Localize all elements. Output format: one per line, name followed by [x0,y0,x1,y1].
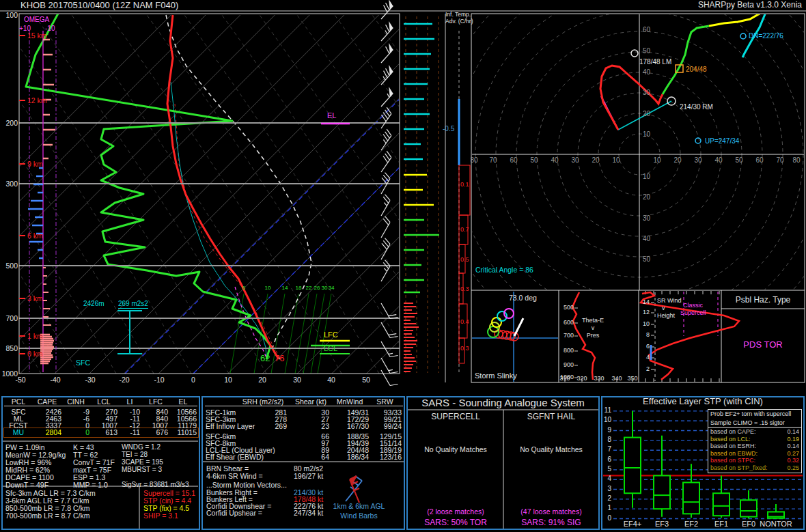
dry-adiabat [184,15,417,374]
sars-supercell-matches[interactable]: (2 loose matches) [408,508,503,516]
sars-hail-matches[interactable]: (47 loose matches) [504,508,598,516]
stp-legend-label: based on ESRH: [710,443,756,450]
stp-legend-line1: Prob EF2+ torn with supercell [708,410,801,419]
warm-advection-value: 0.3 [460,286,469,292]
barb-caption-1: 1km & 6km AGL [320,503,398,510]
dry-adiabat [260,15,492,374]
stp-legend-value: 0.14 [787,428,799,436]
hodograph-border [471,14,805,382]
sars-hail-result: SARS: 91% SIG [504,518,598,527]
temp-axis-label: 40 [322,376,340,384]
stp-legend-row: based on CAPE:0.14 [710,428,799,436]
wind-barb [374,238,391,260]
height-label: 15 km [27,32,47,40]
pressure-label: 300 [0,180,18,188]
ring-label: 80 [790,157,803,164]
stp-tick-label: 7 [602,446,611,453]
skewt-background [0,14,725,374]
storm-motion-title: ...Storm Motion Vectors... [206,481,287,489]
sharppy-window: KHOB 20170510/0400 (12Z NAM F040) SHARPp… [0,0,806,532]
mixing-ratio-line [295,294,309,374]
kinematics-row-name: Eff Shear (EBWD) [206,453,264,461]
stp-legend-label: based on LCL: [710,436,751,443]
thermo-line: TT = 62 [73,451,98,459]
sfc-dewpoint-value: 62 [260,354,270,363]
thermo-line: K = 43 [73,444,94,451]
stp-tick-label: 10 [602,417,611,423]
lapse-rate-line: 850-500mb LR = 7.8 C/km [5,505,89,512]
ring-label: 60 [508,157,520,164]
stp-legend: Prob EF2+ torn with supercell Sample CLI… [708,409,802,473]
ring-label: 80 [468,157,480,164]
lcl-label: LCL [324,345,337,352]
sfc-temp-value: 76 [275,354,284,363]
left-mover-marker[interactable] [631,50,638,57]
warm-advection-value: 0.1 [460,182,469,188]
thermo-line: MeanW = 12.9g/kg [5,451,66,459]
hodo-6-9km [709,10,765,26]
height-label: 0 km [27,350,43,358]
stp-legend-row: based on EBWD:0.27 [710,450,799,458]
parcel-cell: 11015 [161,429,197,436]
pressure-label: 850 [0,345,18,352]
brn-value: 196/27 kt [294,473,323,480]
parcel-header: LFC [141,398,171,406]
stp-tick-label: 6 [602,456,611,463]
hazard-index: Supercell = 15.1 [143,490,195,497]
thermo-line: MBURST = 3 [122,466,162,473]
parcel-header: EL [168,398,198,406]
stp-category-label: NONTOR [758,520,794,528]
hazard-title: Psbl Haz. Type [723,296,803,304]
isotherm [0,15,240,374]
srwind-annotation-2: Supercell [680,310,706,316]
advection-title-1: Inf. Temp. [445,12,471,18]
isotherm [55,15,413,374]
wind-barb [376,65,395,85]
wind-barb-column [374,0,398,388]
srwind-title-3: Height [657,313,675,319]
ring-label: 20 [589,157,602,164]
wind-barb [374,260,391,281]
srwind-height-label: 10 [640,321,650,327]
barb-full [385,151,393,158]
slinky-angle: 73.0 deg [509,294,537,302]
ring-label: 50 [643,48,650,55]
dry-adiabat [147,15,379,374]
stp-legend-value: 0.27 [787,450,799,458]
mixing-ratio-label: 22 [305,285,313,291]
dewpoint-trace [26,14,270,359]
barb-full [383,238,391,244]
thetae-pres-label: 800 [559,348,574,354]
stp-legend-row: based on STP_fixed:0.25 [710,464,799,472]
thetae-pres-label: 500 [559,305,574,311]
lapse-rate-line: 3-6km AGL LR = 7.7 C/km [5,497,89,505]
srwind-annotation-1: Classic [683,303,703,309]
ring-label: 20 [643,111,650,117]
barb-full [390,382,398,388]
stp-legend-value: 0.14 [787,443,799,450]
ring-label: 30 [569,157,581,164]
thetae-title-2: v [579,325,607,331]
barb-flag [385,21,395,31]
omega-profile [28,31,56,372]
stp-legend-row: based on STPC:0.32 [710,457,799,464]
kinematics-cell: 123/16 [361,453,402,461]
ring-label: 10 [610,157,622,164]
height-label: 12 km [27,97,47,104]
lfc-label: LFC [324,331,338,339]
stp-legend-label: based on EBWD: [710,450,758,458]
ring-label: 40 [712,157,725,164]
sars-title: SARS - Sounding Analogue System [407,397,599,408]
srwind-height-label: 12 [640,309,650,316]
pressure-label: 200 [0,120,18,127]
stp-legend-line2: Sample CLIMO = .15 sigtor [708,419,801,428]
corfidi-up-label: UP=247/34 [705,138,739,145]
stp-legend-label: based on STPC: [710,457,755,464]
thetae-pres-label: 600 [559,320,574,326]
warm-advection-value: 0.5 [460,257,469,263]
barb-flag [385,0,395,10]
sounding-title: KHOB 20170510/0400 (12Z NAM F040) [20,1,178,10]
barb-staff [381,370,390,386]
stp-tick-label: 8 [602,436,611,443]
ring-label: 70 [487,157,499,164]
